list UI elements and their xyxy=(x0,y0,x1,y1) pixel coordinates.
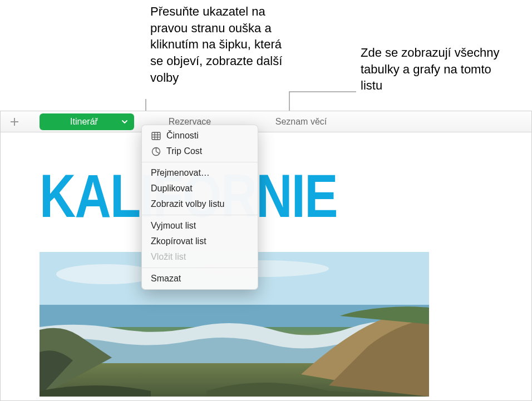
menu-item-label: Činnosti xyxy=(166,131,199,141)
app-window: Itinerář Rezervace Seznam věcí KALIFORNI… xyxy=(0,111,532,401)
menu-item-rename[interactable]: Přejmenovat… xyxy=(142,165,258,181)
menu-item-duplicate[interactable]: Duplikovat xyxy=(142,181,258,196)
tab-context-menu: Činnosti Trip Cost Přejmenovat… Duplikov… xyxy=(141,125,258,290)
menu-item-label: Zobrazit volby listu xyxy=(151,199,225,209)
menu-item-label: Vložit list xyxy=(151,252,186,262)
chevron-down-icon[interactable] xyxy=(121,118,129,126)
chart-icon xyxy=(151,146,161,156)
callout-right: Zde se zobrazují všechny tabulky a grafy… xyxy=(361,44,511,94)
svg-rect-7 xyxy=(152,132,160,140)
menu-separator xyxy=(142,215,258,215)
menu-item-tripcost[interactable]: Trip Cost xyxy=(142,143,258,159)
menu-item-label: Smazat xyxy=(151,274,181,284)
menu-item-label: Duplikovat xyxy=(151,184,193,194)
menu-item-activities[interactable]: Činnosti xyxy=(142,128,258,143)
callout-left: Přesuňte ukazatel na pravou stranu ouška… xyxy=(150,3,295,86)
menu-separator xyxy=(142,268,258,268)
menu-item-label: Trip Cost xyxy=(166,146,202,156)
menu-separator xyxy=(142,162,258,162)
menu-item-showoptions[interactable]: Zobrazit volby listu xyxy=(142,196,258,212)
plus-icon xyxy=(9,117,19,127)
menu-item-label: Přejmenovat… xyxy=(151,168,210,178)
menu-item-label: Zkopírovat list xyxy=(151,236,206,246)
tab-itinerary[interactable]: Itinerář xyxy=(40,113,134,130)
add-sheet-button[interactable] xyxy=(6,113,23,130)
tab-label: Itinerář xyxy=(70,117,98,127)
menu-item-cut[interactable]: Vyjmout list xyxy=(142,218,258,234)
menu-item-label: Vyjmout list xyxy=(151,221,196,231)
table-icon xyxy=(151,131,161,141)
sheet-canvas: KALIFORNIE xyxy=(1,132,531,400)
menu-item-delete[interactable]: Smazat xyxy=(142,271,258,286)
tab-label: Seznam věcí xyxy=(275,117,327,127)
tab-packing[interactable]: Seznam věcí xyxy=(245,113,357,130)
menu-item-copy[interactable]: Zkopírovat list xyxy=(142,234,258,249)
menu-item-paste: Vložit list xyxy=(142,249,258,265)
tab-bar: Itinerář Rezervace Seznam věcí xyxy=(1,111,531,132)
